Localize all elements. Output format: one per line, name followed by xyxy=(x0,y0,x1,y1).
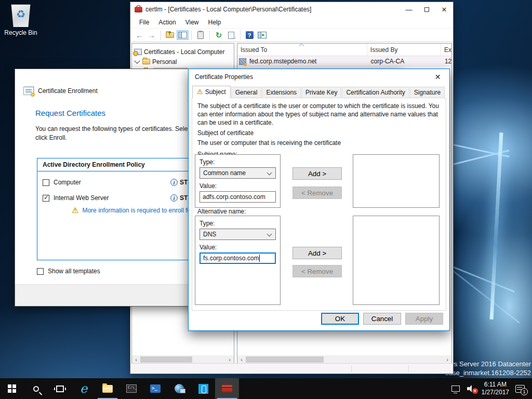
task-view-icon xyxy=(56,385,64,392)
recycle-bin-icon[interactable] xyxy=(10,3,31,27)
file-explorer-button[interactable] xyxy=(96,378,119,399)
wallpaper-logo-glow xyxy=(490,132,503,320)
security-app-button[interactable] xyxy=(191,378,215,399)
alt-remove-button[interactable]: < Remove xyxy=(292,265,342,277)
certlm-taskbar-button[interactable] xyxy=(215,378,239,399)
subject-value-input[interactable]: adfs.corp.contoso.com xyxy=(200,191,276,203)
subject-description: The subject of a certificate is the user… xyxy=(192,98,446,127)
menu-help[interactable]: Help xyxy=(204,19,226,26)
ok-button[interactable]: OK xyxy=(321,313,359,325)
clock-time: 6:11 AM xyxy=(482,381,509,389)
taskbar-clock[interactable]: 6:11 AM 1/27/2017 xyxy=(482,381,509,396)
tab-label: Private Key xyxy=(305,89,337,96)
back-icon[interactable]: ← xyxy=(134,30,145,41)
scroll-left-icon[interactable]: ‹ xyxy=(237,356,246,363)
scroll-right-icon[interactable]: › xyxy=(443,356,451,363)
export-list-icon[interactable] xyxy=(225,30,237,41)
help-icon[interactable]: ? xyxy=(244,30,255,41)
clock-date: 1/27/2017 xyxy=(482,389,509,396)
search-button[interactable] xyxy=(24,378,48,399)
recycle-bin-shortcut[interactable]: Recycle Bin xyxy=(4,3,37,36)
info-icon[interactable]: i xyxy=(170,179,178,186)
expand-chevron-icon[interactable] xyxy=(134,58,140,63)
cancel-button[interactable]: Cancel xyxy=(363,313,401,325)
tree-item-personal[interactable]: Personal xyxy=(132,57,234,66)
toolbar-separator xyxy=(240,31,241,40)
scroll-right-icon[interactable]: › xyxy=(225,356,234,363)
subject-name-listbox[interactable] xyxy=(353,154,440,208)
tree-horizontal-scrollbar[interactable]: ‹ › xyxy=(132,355,234,364)
more-information-link[interactable]: More information is required to enroll f… xyxy=(82,207,200,214)
toolbar-separator xyxy=(191,31,192,40)
server-tools-button[interactable] xyxy=(167,378,191,399)
certificate-row[interactable]: fed.corp.mstepdemo.net corp-CA-CA 12 xyxy=(237,56,451,66)
close-button[interactable]: ✕ xyxy=(435,3,453,17)
apply-button[interactable]: Apply xyxy=(405,313,443,325)
show-all-templates-row[interactable]: Show all templates xyxy=(37,268,100,275)
subject-name-group: Type: Common name Value: adfs.corp.conto… xyxy=(195,154,281,208)
menu-action[interactable]: Action xyxy=(154,19,180,26)
notification-badge: 1 xyxy=(521,388,528,395)
alternative-name-label: Alternative name: xyxy=(197,208,246,215)
certlm-titlebar[interactable]: certlm - [Certificates - Local Computer\… xyxy=(130,2,453,17)
internet-explorer-icon: e xyxy=(80,383,87,394)
alt-value-input[interactable]: fs.corp.contoso.com xyxy=(200,252,276,264)
list-horizontal-scrollbar[interactable]: ‹ › xyxy=(237,355,451,364)
alt-add-button[interactable]: Add > xyxy=(292,247,342,259)
column-expiration[interactable]: Ex xyxy=(441,44,451,56)
tab-subject[interactable]: ⚠ Subject xyxy=(192,86,231,98)
powershell-button[interactable]: >_ xyxy=(143,378,167,399)
scrollbar-thumb[interactable] xyxy=(246,356,324,363)
new-window-icon[interactable] xyxy=(256,30,268,41)
subject-type-dropdown[interactable]: Common name xyxy=(200,167,276,179)
tab-general[interactable]: General xyxy=(231,87,262,98)
minimize-button[interactable]: — xyxy=(400,3,418,17)
scrollbar-thumb[interactable] xyxy=(140,356,192,363)
computer-checkbox[interactable] xyxy=(43,179,49,186)
value-label: Value: xyxy=(200,244,280,251)
info-icon[interactable]: i xyxy=(170,194,178,202)
globe-tool-icon xyxy=(175,384,184,393)
subject-type-value: Common name xyxy=(203,169,246,177)
start-button[interactable] xyxy=(0,378,24,399)
refresh-icon[interactable]: ↻ xyxy=(213,30,224,41)
subject-value-text: adfs.corp.contoso.com xyxy=(203,193,265,201)
tab-certification-authority[interactable]: Certification Authority xyxy=(342,87,409,98)
tree-item-label: Certificates - Local Computer xyxy=(144,48,224,56)
task-view-button[interactable] xyxy=(48,378,72,399)
template-status: i ST xyxy=(170,179,188,186)
dialog-close-icon[interactable]: ✕ xyxy=(426,70,449,85)
alternative-name-listbox[interactable] xyxy=(353,216,440,305)
dialog-titlebar[interactable]: Certificate Properties ✕ xyxy=(189,69,449,85)
subject-add-button[interactable]: Add > xyxy=(292,167,342,180)
tree-item-label: Personal xyxy=(152,58,177,65)
show-all-templates-checkbox[interactable] xyxy=(37,268,44,275)
tree-item-root[interactable]: Certificates - Local Computer xyxy=(132,47,234,57)
internet-explorer-button[interactable]: e xyxy=(72,378,96,399)
alt-type-dropdown[interactable]: DNS xyxy=(200,229,276,240)
tab-extensions[interactable]: Extensions xyxy=(262,87,301,98)
menu-file[interactable]: File xyxy=(135,19,154,26)
scroll-left-icon[interactable]: ‹ xyxy=(132,356,140,363)
chevron-down-icon xyxy=(267,170,272,176)
show-console-tree-icon[interactable] xyxy=(177,30,188,41)
up-one-level-icon[interactable] xyxy=(164,30,176,41)
tab-private-key[interactable]: Private Key xyxy=(301,87,341,98)
properties-clipboard-icon[interactable] xyxy=(195,30,206,41)
subject-remove-button[interactable]: < Remove xyxy=(292,187,342,199)
command-prompt-button[interactable]: C:\_ xyxy=(119,378,143,399)
template-label: Computer xyxy=(54,179,81,186)
maximize-button[interactable] xyxy=(418,3,435,17)
certificate-icon xyxy=(239,58,246,65)
column-issued-by[interactable]: Issued By xyxy=(367,44,441,56)
action-center-icon[interactable]: 1 xyxy=(515,385,525,393)
forward-icon[interactable]: → xyxy=(146,30,157,41)
status-bar xyxy=(130,363,453,374)
internal-web-server-checkbox[interactable] xyxy=(43,195,49,202)
volume-muted-icon[interactable]: ✕ xyxy=(467,385,475,392)
menu-view[interactable]: View xyxy=(181,19,204,26)
mmc-toolbox-icon xyxy=(222,385,232,392)
tab-signature[interactable]: Signature xyxy=(410,87,445,98)
network-icon[interactable] xyxy=(451,385,460,392)
certificates-snapin-icon xyxy=(134,49,142,55)
